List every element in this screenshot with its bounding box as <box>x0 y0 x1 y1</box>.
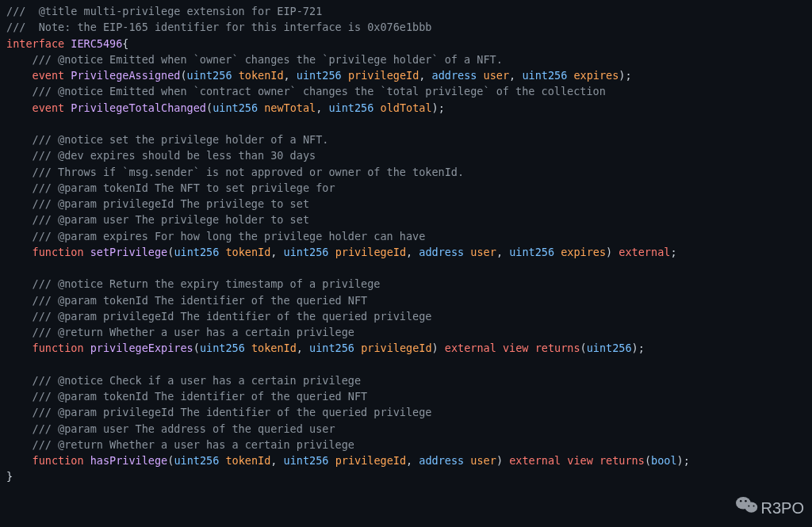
svg-point-2 <box>740 500 741 502</box>
type: uint256 <box>200 342 245 354</box>
keyword-interface: interface <box>6 37 64 50</box>
type: uint256 <box>187 69 232 82</box>
comment-line: /// @notice Return the expiry timestamp … <box>33 277 381 290</box>
param: privilegeId <box>335 454 406 467</box>
param: user <box>484 69 510 82</box>
param: newTotal <box>264 101 316 114</box>
keyword-event: event <box>33 69 65 82</box>
type: uint256 <box>174 454 219 467</box>
keyword-returns: returns <box>535 342 580 354</box>
type: uint256 <box>174 246 219 258</box>
watermark: R3PO <box>736 495 804 521</box>
function-name: privilegeExpires <box>90 342 193 354</box>
keyword-view: view <box>567 454 593 467</box>
keyword-function: function <box>33 342 84 354</box>
param: oldTotal <box>381 101 432 114</box>
comment-line: /// @param user The address of the queri… <box>33 422 335 435</box>
type: uint256 <box>587 342 632 354</box>
watermark-text: R3PO <box>761 496 804 520</box>
param: expires <box>561 246 606 258</box>
event-name: PrivilegeTotalChanged <box>71 101 206 114</box>
param: tokenId <box>225 246 270 258</box>
type: uint256 <box>284 246 329 258</box>
comment-line: /// @title multi-privilege extension for… <box>6 5 322 17</box>
comment-line: /// @param tokenId The identifier of the… <box>33 294 368 307</box>
param: privilegeId <box>348 69 419 82</box>
keyword-function: function <box>33 454 84 467</box>
svg-point-4 <box>748 506 749 507</box>
param: tokenId <box>239 69 284 82</box>
comment-line: /// @notice Emitted when `contract owner… <box>33 85 606 97</box>
brace: { <box>122 37 128 50</box>
wechat-icon <box>736 495 758 521</box>
comment-line: /// @param privilegeId The identifier of… <box>33 406 432 418</box>
type: address <box>419 246 464 258</box>
comment-line: /// @notice Emitted when `owner` changes… <box>33 53 503 66</box>
type: uint256 <box>309 342 354 354</box>
event-name: PrivilegeAssigned <box>71 69 180 82</box>
type: uint256 <box>509 246 554 258</box>
comment-line: /// @param user The privilege holder to … <box>33 213 310 226</box>
keyword-external: external <box>619 246 670 258</box>
keyword-external: external <box>509 454 561 467</box>
type: uint256 <box>522 69 567 82</box>
type: address <box>419 454 464 467</box>
comment-line: /// Throws if `msg.sender` is not approv… <box>33 166 465 178</box>
param: user <box>470 246 496 258</box>
type: bool <box>651 454 677 467</box>
function-name: setPrivilege <box>90 246 168 258</box>
comment-line: /// @notice set the privilege holder of … <box>33 133 329 146</box>
param: tokenId <box>251 342 297 354</box>
type: uint256 <box>297 69 342 82</box>
keyword-returns: returns <box>599 454 645 467</box>
param: tokenId <box>225 454 270 467</box>
type: uint256 <box>213 101 258 114</box>
comment-line: /// @param privilegeId The privilege to … <box>33 197 310 210</box>
param: user <box>470 454 496 467</box>
param: privilegeId <box>335 246 406 258</box>
type: uint256 <box>328 101 373 114</box>
param: privilegeId <box>361 342 431 354</box>
comment-line: /// @notice Check if a user has a certai… <box>33 374 362 387</box>
keyword-external: external <box>445 342 496 354</box>
svg-point-3 <box>745 500 746 502</box>
comment-line: /// Note: the EIP-165 identifier for thi… <box>6 21 431 33</box>
param: expires <box>573 69 619 82</box>
interface-name: IERC5496 <box>71 37 122 50</box>
comment-line: /// @return Whether a user has a certain… <box>33 326 354 338</box>
comment-line: /// @param privilegeId The identifier of… <box>33 310 432 323</box>
comment-line: /// @param expires For how long the priv… <box>33 230 426 242</box>
type: address <box>432 69 477 82</box>
keyword-function: function <box>33 246 84 258</box>
svg-point-5 <box>753 506 754 507</box>
type: uint256 <box>284 454 329 467</box>
svg-point-1 <box>745 502 757 513</box>
comment-line: /// @dev expires should be less than 30 … <box>33 149 316 162</box>
keyword-event: event <box>33 101 65 114</box>
brace: } <box>6 470 13 483</box>
code-block: /// @title multi-privilege extension for… <box>0 0 812 488</box>
comment-line: /// @param tokenId The NFT to set privil… <box>33 181 335 194</box>
comment-line: /// @param tokenId The identifier of the… <box>33 390 368 403</box>
function-name: hasPrivilege <box>90 454 168 467</box>
keyword-view: view <box>503 342 529 354</box>
comment-line: /// @return Whether a user has a certain… <box>33 438 354 451</box>
